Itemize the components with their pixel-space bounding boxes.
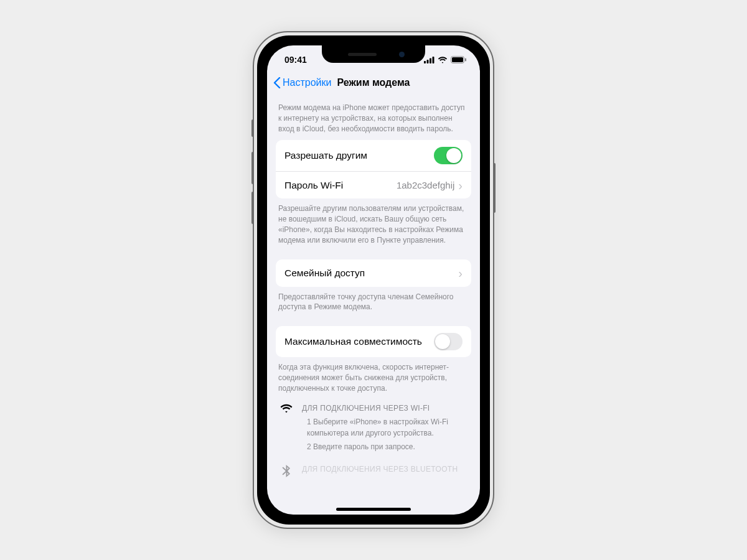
bluetooth-instructions-heading: ДЛЯ ПОДКЛЮЧЕНИЯ ЧЕРЕЗ BLUETOOTH (302, 464, 469, 475)
intro-text: Режим модема на iPhone может предоставит… (267, 95, 480, 140)
battery-icon (451, 56, 466, 63)
svg-rect-2 (430, 58, 431, 63)
bluetooth-instructions: ДЛЯ ПОДКЛЮЧЕНИЯ ЧЕРЕЗ BLUETOOTH (267, 460, 480, 477)
wifi-instructions: ДЛЯ ПОДКЛЮЧЕНИЯ ЧЕРЕЗ WI-FI 1 Выберите «… (267, 399, 480, 455)
svg-rect-1 (427, 60, 429, 63)
notch (322, 45, 425, 63)
wifi-instructions-heading: ДЛЯ ПОДКЛЮЧЕНИЯ ЧЕРЕЗ WI-FI (302, 403, 469, 414)
svg-rect-5 (452, 57, 463, 62)
allow-footer: Разрешайте другим пользователям или устр… (267, 198, 480, 250)
wifi-instruction-step-1: 1 Выберите «iPhone» в настройках Wi-Fi к… (302, 416, 469, 439)
home-indicator[interactable] (336, 508, 411, 511)
content[interactable]: Режим модема на iPhone может предоставит… (267, 95, 480, 515)
wifi-icon (438, 57, 448, 63)
allow-others-row[interactable]: Разрешать другим (276, 140, 471, 171)
max-compat-toggle[interactable] (434, 333, 463, 350)
screen: 09:41 Настройки Режим модема Режим модем… (267, 45, 480, 515)
allow-others-toggle[interactable] (434, 147, 463, 164)
wifi-password-value: 1ab2c3defghij (397, 180, 454, 190)
wifi-password-row[interactable]: Пароль Wi-Fi 1ab2c3defghij › (276, 171, 471, 198)
page-title: Режим модема (337, 77, 410, 88)
nav-bar: Настройки Режим модема (267, 70, 480, 95)
speaker-grille (348, 53, 377, 56)
compat-footer: Когда эта функция включена, скорость инт… (267, 357, 480, 398)
power-button (493, 163, 496, 213)
phone-bezel: 09:41 Настройки Режим модема Режим модем… (257, 35, 490, 525)
silent-switch (251, 119, 254, 137)
max-compat-row[interactable]: Максимальная совместимость (276, 326, 471, 357)
status-time: 09:41 (284, 55, 307, 65)
bluetooth-icon (282, 465, 291, 477)
phone-frame: 09:41 Настройки Режим модема Режим модем… (253, 31, 494, 529)
svg-rect-6 (465, 58, 466, 62)
status-right (424, 56, 466, 63)
chevron-left-icon (273, 77, 281, 88)
wifi-instruction-step-2: 2 Введите пароль при запросе. (302, 441, 469, 452)
allow-section: Разрешать другим Пароль Wi-Fi 1ab2c3defg… (276, 140, 471, 198)
chevron-right-icon: › (458, 267, 463, 279)
max-compat-label: Максимальная совместимость (284, 336, 422, 347)
chevron-right-icon: › (458, 179, 463, 192)
back-label: Настройки (283, 77, 331, 88)
compat-section: Максимальная совместимость (276, 326, 471, 357)
back-button[interactable]: Настройки (273, 77, 331, 88)
family-sharing-row[interactable]: Семейный доступ › (276, 259, 471, 287)
svg-rect-3 (433, 57, 435, 63)
family-footer: Предоставляйте точку доступа членам Семе… (267, 287, 480, 318)
front-camera (399, 52, 405, 57)
svg-rect-0 (424, 61, 426, 63)
wifi-password-label: Пароль Wi-Fi (284, 180, 343, 191)
family-sharing-label: Семейный доступ (284, 268, 365, 279)
wifi-icon (280, 404, 293, 414)
volume-down-button (251, 192, 254, 224)
cellular-icon (424, 57, 435, 63)
allow-others-label: Разрешать другим (284, 150, 367, 161)
family-section: Семейный доступ › (276, 259, 471, 287)
volume-up-button (251, 152, 254, 184)
